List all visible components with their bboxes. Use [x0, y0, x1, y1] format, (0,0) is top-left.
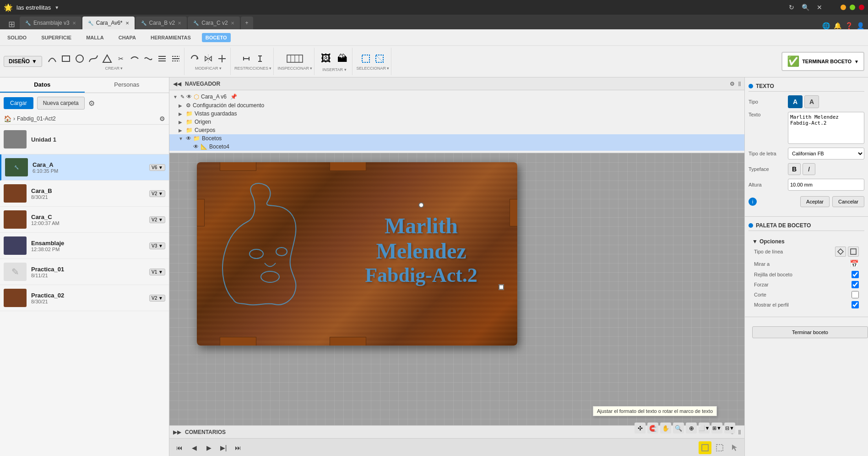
tab-close-b[interactable]: ✕ [178, 21, 181, 26]
view-more-icon[interactable]: ⊟▼ [724, 423, 735, 434]
cancelar-button[interactable]: Cancelar [832, 196, 864, 207]
maximize-btn[interactable] [850, 5, 855, 10]
tab-close-active[interactable]: ✕ [125, 21, 129, 26]
wood-text-container[interactable]: Marlith Melendez Fabdig-Act.2 [341, 213, 501, 287]
mode-malla[interactable]: MALLA [82, 33, 108, 42]
tree-root[interactable]: ▼ ✎ 👁 ⬡ Cara_A v6 📌 [169, 92, 744, 101]
tool-insert1[interactable]: 🖼 [318, 51, 334, 66]
comments-expand[interactable]: ▶▶ [173, 429, 181, 435]
list-item-cara-b[interactable]: Cara_B 8/30/21 V2 ▼ [0, 181, 169, 207]
cara-b-version[interactable]: V2 ▼ [149, 190, 165, 197]
end-sketch-button[interactable]: ✅ TERMINAR BOCETO ▼ [781, 52, 864, 71]
close-icon[interactable]: ✕ [817, 4, 822, 11]
view-cursor-icon[interactable]: ✣ [635, 423, 646, 434]
list-item-practica01[interactable]: ✎ Practica_01 8/11/21 V1 ▼ [0, 259, 169, 285]
perfil-checkbox[interactable] [852, 301, 859, 308]
info-icon[interactable]: i [749, 198, 757, 206]
tool-constrain1[interactable] [240, 52, 253, 65]
dropdown-arrow[interactable]: ▼ [54, 5, 59, 10]
tool-trim[interactable] [216, 52, 228, 65]
tool-dashes[interactable] [169, 52, 182, 65]
tool-curve1[interactable] [128, 52, 141, 65]
view-display-icon[interactable]: ⬜▼ [699, 423, 710, 434]
altura-input[interactable] [788, 179, 864, 191]
forzar-checkbox[interactable] [852, 281, 859, 288]
tool-circle[interactable] [73, 52, 86, 65]
btn-first-frame[interactable]: ⏮ [173, 441, 186, 454]
nav-expand-icon[interactable]: || [738, 81, 741, 86]
settings-icon[interactable]: ⚙ [88, 99, 95, 108]
practica01-version[interactable]: V1 ▼ [149, 269, 165, 275]
search-icon[interactable]: 🔍 [802, 4, 809, 11]
tool-rect[interactable] [60, 52, 72, 65]
tree-eye-boceto4[interactable]: 👁 [193, 143, 199, 150]
nav-collapse-icon[interactable]: ◀◀ [173, 81, 181, 87]
tipo-letra-dropdown[interactable]: Californian FB Arial Times New Roman [788, 148, 864, 159]
tab-help-icon[interactable]: ❓ [845, 22, 853, 29]
btn-play[interactable]: ▶ [202, 441, 215, 454]
linea-icon-1[interactable] [835, 247, 846, 257]
tab-datos[interactable]: Datos [0, 77, 85, 93]
tab-cara-av6[interactable]: 🔧 Cara_Av6* ✕ [82, 16, 135, 29]
tree-boceto4[interactable]: ▶ 👁 📐 Boceto4 [169, 143, 744, 151]
practica02-version[interactable]: V2 ▼ [149, 295, 165, 302]
texto-textarea[interactable]: Marlith Melendez Fabdig-Act.2 [788, 112, 864, 144]
mode-chapa[interactable]: CHAPA [115, 33, 140, 42]
tool-inspect[interactable] [282, 52, 308, 65]
tool-lines[interactable] [156, 52, 168, 65]
tipo-btn-outline[interactable]: A [804, 95, 819, 108]
tool-insert2[interactable]: 🏔 [335, 51, 350, 66]
design-button[interactable]: DISEÑO ▼ [4, 56, 42, 67]
tab-new[interactable]: + [241, 16, 253, 29]
nav-settings-icon[interactable]: ⚙ [730, 81, 735, 87]
comments-split[interactable]: || [738, 429, 741, 434]
tool-mirror[interactable] [202, 52, 215, 65]
tool-scissors[interactable]: ✂ [114, 52, 127, 65]
wood-panel[interactable]: Marlith Melendez Fabdig-Act.2 [197, 162, 517, 346]
view-hand-icon[interactable]: ✋ [660, 423, 671, 434]
tool-select-lasso[interactable] [373, 52, 386, 65]
mode-boceto[interactable]: BOCETO [202, 33, 231, 42]
btn-line-select[interactable] [713, 441, 726, 454]
tab-user-icon[interactable]: 👤 [857, 22, 864, 29]
calendar-icon[interactable]: 📅 [850, 259, 859, 268]
tab-personas[interactable]: Personas [85, 77, 169, 93]
typeface-bold-btn[interactable]: B [788, 163, 801, 175]
mode-solido[interactable]: SOLIDO [4, 33, 30, 42]
list-item-ensamblaje[interactable]: Ensamblaje 12:38:02 PM V3 ▼ [0, 233, 169, 259]
tree-origen[interactable]: ▶ 📁 Origen [169, 118, 744, 126]
tree-config[interactable]: ▶ ⚙ Configuración del documento [169, 101, 744, 110]
tree-cuerpos[interactable]: ▶ 📁 Cuerpos [169, 126, 744, 134]
tree-eye-bocetos[interactable]: 👁 [186, 135, 191, 142]
tool-spline[interactable] [87, 52, 100, 65]
btn-prev-frame[interactable]: ◀ [188, 441, 201, 454]
tree-bocetos[interactable]: ▼ 👁 📁 Bocetos [169, 134, 744, 143]
minimize-btn[interactable] [841, 5, 846, 10]
canvas-viewport[interactable]: Marlith Melendez Fabdig-Act.2 Ajustar el… [169, 153, 744, 425]
ensamblaje-version[interactable]: V3 ▼ [149, 242, 165, 249]
btn-box-select[interactable] [699, 441, 711, 454]
linea-icon-2[interactable] [848, 247, 859, 257]
view-grid-icon[interactable]: ⊞▼ [711, 423, 722, 434]
terminar-boceto-button[interactable]: Terminar boceto [752, 326, 868, 338]
mode-herramientas[interactable]: HERRAMIENTAS [147, 33, 195, 42]
grid-icon[interactable]: ⊞ [4, 19, 20, 29]
tab-cara-bv2[interactable]: 🔧 Cara_B v2 ✕ [136, 16, 187, 29]
tab-close[interactable]: ✕ [72, 21, 76, 26]
cargar-button[interactable]: Cargar [4, 97, 33, 109]
view-zoom-icon[interactable]: 🔍 [673, 423, 684, 434]
resize-handle[interactable] [499, 284, 504, 290]
typeface-italic-btn[interactable]: I [803, 163, 815, 175]
btn-cursor-mode[interactable] [728, 441, 741, 454]
close-btn[interactable] [859, 5, 864, 10]
tab-cara-cv2[interactable]: 🔧 Cara_C v2 ✕ [188, 16, 239, 29]
tool-arc[interactable] [46, 52, 59, 65]
list-item-cara-a[interactable]: 🔧 Cara_A 6:10:35 PM V6 ▼ [0, 154, 169, 181]
tab-bell-icon[interactable]: 🔔 [834, 22, 841, 29]
tab-ensamblaje[interactable]: 🔧 Ensamblaje v3 ✕ [20, 16, 81, 29]
aceptar-button[interactable]: Aceptar [800, 196, 830, 207]
nueva-carpeta-button[interactable]: Nueva carpeta [37, 97, 85, 110]
breadcrumb-settings-icon[interactable]: ⚙ [159, 115, 165, 122]
tab-close-c[interactable]: ✕ [231, 21, 234, 26]
rejilla-checkbox[interactable] [852, 271, 859, 278]
